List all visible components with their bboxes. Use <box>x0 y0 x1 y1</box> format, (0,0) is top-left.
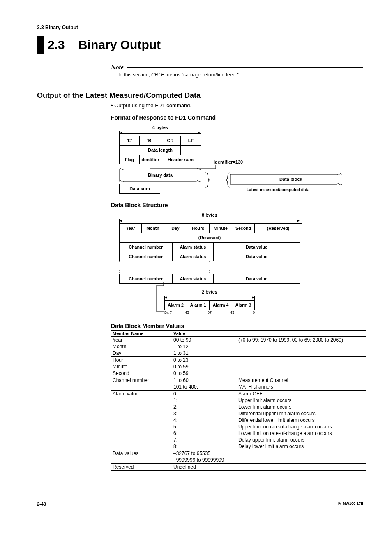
dim-label-4bytes: 4 bytes <box>119 125 201 132</box>
table-row: 3:Differential upper limit alarm occurs <box>111 410 366 417</box>
break-gap <box>119 261 300 274</box>
cell-desc: Upper limit on rate-of-change alarm occu… <box>237 423 366 430</box>
diagram-data-block: 8 bytes Year Month Day Hours Minute Seco… <box>119 213 325 314</box>
table-row: 101 to 400:MATH channels <box>111 384 366 391</box>
cell-hours: Hours <box>187 223 210 233</box>
member-table: Member Name Value Year00 to 99(70 to 99:… <box>111 330 366 471</box>
cell-lf: LF <box>181 136 201 146</box>
cell-as1: Alarm status <box>173 243 214 252</box>
table-row: 4:Differential lower limit alarm occurs <box>111 417 366 423</box>
note-under-rule <box>111 79 363 79</box>
cell-value: 7: <box>172 437 237 443</box>
cell-value: 3: <box>172 410 237 417</box>
cell-member-name <box>111 423 172 430</box>
cell-as2: Alarm status <box>173 252 214 261</box>
bit-4b: 4 <box>214 310 232 314</box>
member-values-block: Data Block Member Values Member Name Val… <box>111 323 363 471</box>
label-identifier130: Identifier=130 <box>214 160 243 164</box>
cell-reserved1: (Reserved) <box>255 223 302 233</box>
cell-member-name <box>111 397 172 404</box>
dim-arrow-4bytes <box>119 132 201 136</box>
cell-member-name <box>111 417 172 423</box>
heading-output-latest: Output of the Latest Measured/Computed D… <box>37 91 363 100</box>
bit-labels: Bit 7 4 3 0 7 4 3 0 <box>164 310 325 314</box>
section-number: 2.3 <box>48 38 65 51</box>
cell-value: 101 to 400: <box>172 384 237 391</box>
cell-value: 1 to 60: <box>172 377 237 384</box>
cell-month: Month <box>142 223 164 233</box>
cell-member-name: Hour <box>111 357 172 364</box>
cell-member-name <box>111 457 172 464</box>
cell-dv3: Data value <box>214 274 300 284</box>
cell-desc: Differential upper limit alarm occurs <box>237 410 366 417</box>
cell-member-name <box>111 443 172 450</box>
cell-blank1 <box>119 146 140 155</box>
cell-desc: Measurement Channel <box>237 377 366 384</box>
bit-3a: 3 <box>187 310 192 314</box>
cell-as3: Alarm status <box>173 274 214 284</box>
cell-chnum1: Channel number <box>119 243 173 252</box>
cell-value: 4: <box>172 417 237 423</box>
cell-desc: Lower limit on rate-of-change alarm occu… <box>237 430 366 437</box>
cell-member-name: Day <box>111 350 172 357</box>
cell-blank2 <box>181 146 201 155</box>
cell-e: 'E' <box>119 136 140 146</box>
table-row: Alarm value0:Alarm OFF <box>111 391 366 398</box>
cell-member-name: Minute <box>111 363 172 370</box>
cell-desc: Upper limit alarm occurs <box>237 397 366 404</box>
cell-value: 00 to 99 <box>172 337 237 344</box>
cell-desc: Delay upper limit alarm occurs <box>237 437 366 443</box>
running-head: 2.3 Binary Output <box>37 25 363 30</box>
footer-page: 2-40 <box>37 502 46 506</box>
table-row: Minute0 to 59 <box>111 363 366 370</box>
cell-value: –32767 to 65535 <box>172 450 366 457</box>
note-prefix: In this section, <box>118 72 151 78</box>
table-row: 8:Delay lower limit alarm occurs <box>111 443 366 450</box>
cell-chnum2: Channel number <box>119 252 173 261</box>
dim-arrow-8bytes <box>119 219 300 223</box>
cell-value: 0 to 59 <box>172 370 366 377</box>
table-row: –9999999 to 99999999 <box>111 457 366 464</box>
cell-member-name <box>111 437 172 443</box>
cell-dv2: Data value <box>214 252 300 261</box>
section-bar <box>37 36 44 54</box>
table-row: 2:Lower limit alarm occurs <box>111 404 366 410</box>
cell-member-name: Year <box>111 337 172 344</box>
table-row: Month1 to 12 <box>111 343 366 350</box>
cell-desc: Differential lower limit alarm occurs <box>237 417 366 423</box>
cell-value: 1 to 12 <box>172 343 366 350</box>
cell-cr: CR <box>160 136 181 146</box>
cell-member-name <box>111 384 172 391</box>
subhead-member-values: Data Block Member Values <box>111 323 363 329</box>
note-suffix: means "carriage return/line feed." <box>164 72 238 78</box>
cell-member-name: Channel number <box>111 377 172 384</box>
note-line <box>127 67 363 68</box>
section-title-row: 2.3 Binary Output <box>37 36 363 54</box>
cell-headersum: Header sum <box>160 155 201 164</box>
table-row: Hour0 to 23 <box>111 357 366 364</box>
th-value: Value <box>172 331 366 337</box>
bullet-output: Output using the FD1 command. <box>111 102 363 109</box>
cell-desc: Delay lower limit alarm occurs <box>237 443 366 450</box>
note-em: CRLF <box>151 72 164 78</box>
bit-7b: 7 <box>210 310 214 314</box>
cell-value: 0 to 59 <box>172 363 366 370</box>
cell-member-name <box>111 404 172 410</box>
cell-member-name: Month <box>111 343 172 350</box>
table-row: 7:Delay upper limit alarm occurs <box>111 437 366 443</box>
section-title-text: Binary Output <box>78 38 161 51</box>
connector-alarm <box>156 282 173 315</box>
table-row: Day1 to 31 <box>111 350 366 357</box>
cell-year: Year <box>119 223 142 233</box>
footer-doc: IM MW100-17E <box>337 502 363 506</box>
bit-0b: 0 <box>237 310 255 314</box>
label-latest: Latest measured/computed data <box>247 187 309 192</box>
cell-b: 'B' <box>140 136 160 146</box>
table-row: 1:Upper limit alarm occurs <box>111 397 366 404</box>
diagram-fd1-response: 4 bytes 'E' 'B' CR LF Data length Flag I… <box>119 125 349 194</box>
table-row: ReservedUndefined <box>111 464 366 471</box>
bit-0a: 0 <box>192 310 210 314</box>
subhead-format: Format of Response to FD1 Command <box>111 114 363 121</box>
table-row: Year00 to 99(70 to 99: 1970 to 1999, 00 … <box>111 337 366 344</box>
cell-day: Day <box>164 223 187 233</box>
